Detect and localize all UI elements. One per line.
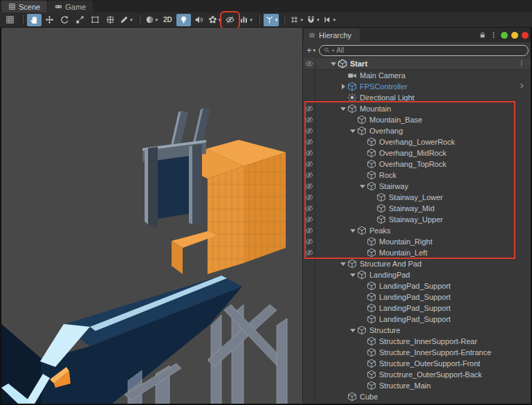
hierarchy-item-label: Structure_InnerSupport-Rear bbox=[379, 337, 477, 345]
hierarchy-item-label: LandingPad bbox=[369, 271, 410, 279]
foldout-open-icon[interactable] bbox=[349, 129, 357, 133]
hierarchy-row-mountain[interactable]: Mountain bbox=[303, 103, 531, 114]
visibility-off-icon[interactable] bbox=[303, 170, 315, 181]
hierarchy-row-overhang-lowerrock[interactable]: Overhang_LowerRock bbox=[303, 136, 531, 147]
foldout-closed-icon[interactable] bbox=[339, 84, 347, 89]
camera-settings-button[interactable]: ▾ bbox=[238, 14, 254, 26]
hierarchy-row-structure-and-pad[interactable]: Structure And Pad bbox=[303, 258, 531, 269]
hierarchy-row-cube[interactable]: Cube bbox=[303, 391, 531, 402]
scene-viewport[interactable] bbox=[0, 28, 302, 405]
chevron-icon[interactable] bbox=[518, 82, 525, 91]
visibility-off-icon[interactable] bbox=[303, 214, 315, 225]
visibility-off-icon[interactable] bbox=[303, 114, 315, 125]
foldout-open-icon[interactable] bbox=[358, 185, 367, 188]
hierarchy-row-overhang-toprock[interactable]: Overhang_TopRock bbox=[303, 159, 531, 170]
hierarchy-row-peaks[interactable]: Peaks bbox=[303, 225, 531, 236]
hierarchy-row-structure-main[interactable]: Structure_Main bbox=[303, 380, 531, 391]
hierarchy-row-start[interactable]: Start bbox=[303, 58, 531, 70]
hierarchy-item-label: FPSController bbox=[360, 82, 407, 91]
2d-view-toggle-label: 2D bbox=[163, 16, 172, 24]
hierarchy-row-mountain-left[interactable]: Mountain_Left bbox=[303, 247, 531, 258]
scene-audio-toggle-button[interactable] bbox=[192, 14, 206, 26]
hierarchy-search-input[interactable]: ▾ All bbox=[319, 45, 529, 56]
tab-game[interactable]: Game bbox=[48, 1, 93, 12]
transform-tool-button[interactable] bbox=[103, 14, 118, 26]
hierarchy-row-structure-innersupport-rear[interactable]: Structure_InnerSupport-Rear bbox=[303, 336, 531, 347]
hierarchy-row-fpscontroller[interactable]: FPSController bbox=[303, 81, 531, 92]
foldout-open-icon[interactable] bbox=[329, 62, 338, 66]
gizmos-toggle-button[interactable]: ▾ bbox=[264, 14, 279, 26]
hierarchy-row-directional-light[interactable]: Directional Light bbox=[303, 92, 531, 103]
hierarchy-row-mountain-right[interactable]: Mountain_Right bbox=[303, 236, 531, 247]
hierarchy-item-label: Mountain bbox=[360, 105, 391, 113]
visibility-off-icon[interactable] bbox=[303, 125, 315, 136]
hierarchy-row-main-camera[interactable]: Main Camera bbox=[303, 70, 531, 81]
custom-tool-button[interactable]: ▾ bbox=[118, 14, 134, 26]
visibility-off-icon[interactable] bbox=[303, 103, 315, 114]
hierarchy-row-stairway[interactable]: Stairway bbox=[303, 181, 531, 192]
effects-toggle-button[interactable]: ▾ bbox=[207, 14, 223, 26]
hierarchy-row-rock[interactable]: Rock bbox=[303, 170, 531, 181]
hierarchy-row-structure-innersupport-entrance[interactable]: Structure_InnerSupport-Entrance bbox=[303, 347, 531, 358]
chevron-down-icon: ▾ bbox=[333, 17, 336, 22]
hierarchy-row-overhang-midrock[interactable]: Overhang_MidRock bbox=[303, 147, 531, 159]
grid-snapping-button[interactable] bbox=[3, 14, 17, 26]
search-filter-chevron-icon: ▾ bbox=[332, 48, 334, 53]
toolbar-separator bbox=[138, 15, 140, 24]
rect-tool-button[interactable] bbox=[88, 14, 102, 26]
transform-icon bbox=[106, 15, 115, 24]
kebab-icon[interactable] bbox=[518, 60, 525, 68]
visibility-off-icon[interactable] bbox=[303, 236, 315, 247]
hierarchy-item-label: Stairway_Mid bbox=[389, 204, 434, 213]
hierarchy-row-landingpad-support[interactable]: LandingPad_Support bbox=[303, 314, 531, 325]
visibility-off-icon[interactable] bbox=[303, 159, 315, 170]
hierarchy-row-overhang[interactable]: Overhang bbox=[303, 125, 531, 136]
scale-tool-button[interactable] bbox=[73, 14, 87, 26]
foldout-open-icon[interactable] bbox=[339, 107, 347, 111]
tab-scene[interactable]: Scene bbox=[1, 1, 47, 12]
foldout-open-icon[interactable] bbox=[349, 229, 357, 233]
scene-visibility-toggle-button[interactable] bbox=[223, 14, 237, 26]
hierarchy-row-stairway-lower[interactable]: Stairway_Lower bbox=[303, 192, 531, 203]
2d-view-toggle-button[interactable]: 2D bbox=[160, 14, 176, 26]
foldout-open-icon[interactable] bbox=[339, 262, 347, 266]
hierarchy-row-landingpad[interactable]: LandingPad bbox=[303, 269, 531, 280]
hierarchy-row-structure[interactable]: Structure bbox=[303, 325, 531, 336]
cube-icon bbox=[376, 192, 386, 202]
hierarchy-row-landingpad-support[interactable]: LandingPad_Support bbox=[303, 291, 531, 303]
frame-navigation-button[interactable]: ▾ bbox=[321, 14, 337, 26]
tab-hierarchy[interactable]: Hierarchy bbox=[304, 28, 360, 42]
hierarchy-row-stairway-upper[interactable]: Stairway_Upper bbox=[303, 214, 531, 225]
foldout-open-icon[interactable] bbox=[349, 273, 357, 277]
visibility-on-icon[interactable] bbox=[303, 58, 315, 69]
hierarchy-row-landingpad-support[interactable]: LandingPad_Support bbox=[303, 280, 531, 291]
panel-menu-icon[interactable] bbox=[490, 31, 497, 39]
lock-icon[interactable] bbox=[479, 31, 486, 39]
visibility-off-icon[interactable] bbox=[303, 147, 315, 159]
visibility-off-icon[interactable] bbox=[303, 136, 315, 147]
visibility-off-icon[interactable] bbox=[303, 225, 315, 236]
hierarchy-row-landingpad-support[interactable]: LandingPad_Support bbox=[303, 303, 531, 314]
view-hand-tool-button[interactable] bbox=[27, 14, 42, 26]
create-object-button[interactable]: + ▾ bbox=[306, 46, 315, 55]
visibility-off-icon[interactable] bbox=[303, 192, 315, 203]
hierarchy-row-stairway-mid[interactable]: Stairway_Mid bbox=[303, 203, 531, 214]
hierarchy-row-structure-outersupport-front[interactable]: Structure_OuterSupport-Front bbox=[303, 358, 531, 369]
scene-lighting-toggle-button[interactable] bbox=[176, 14, 191, 26]
snap-settings-button[interactable]: ▾ bbox=[305, 14, 321, 26]
rotate-tool-button[interactable] bbox=[57, 14, 72, 26]
hierarchy-row-mountain-base[interactable]: Mountain_Base bbox=[303, 114, 531, 125]
hierarchy-item-label: Mountain_Left bbox=[379, 249, 428, 257]
grid-visibility-button[interactable]: ▾ bbox=[288, 14, 304, 26]
draw-mode-button[interactable]: ▾ bbox=[144, 14, 160, 26]
visibility-toggle-empty bbox=[303, 314, 315, 325]
toolbar-separator bbox=[257, 15, 260, 24]
visibility-off-icon[interactable] bbox=[303, 181, 315, 192]
hierarchy-item-label: Overhang_TopRock bbox=[379, 160, 446, 168]
hierarchy-row-structrure-outersupport-back[interactable]: Structrure_OuterSupport-Back bbox=[303, 369, 531, 380]
visibility-off-icon[interactable] bbox=[303, 247, 315, 258]
move-tool-button[interactable] bbox=[42, 14, 57, 26]
scale-icon bbox=[75, 15, 84, 24]
foldout-open-icon[interactable] bbox=[349, 329, 357, 332]
visibility-off-icon[interactable] bbox=[303, 203, 315, 214]
